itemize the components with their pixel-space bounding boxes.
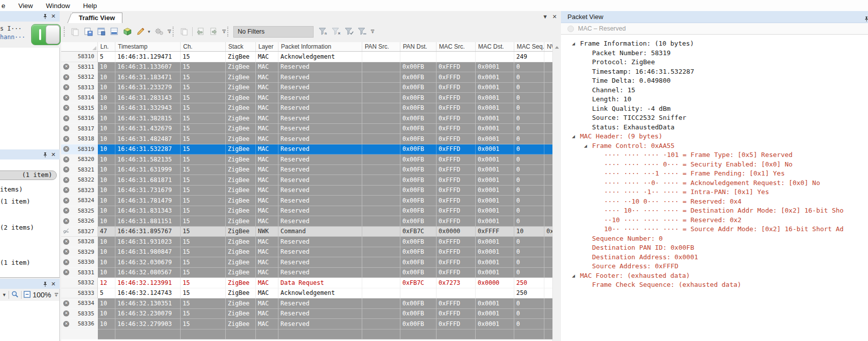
table-row[interactable]: ✕583251016:46:31.83134315ZigBeeMACReserv… (61, 206, 553, 217)
tree-line[interactable]: ···· ···· ···· 0··· = Security Enabled: … (561, 160, 868, 169)
tree-item[interactable]: items) (0, 186, 23, 193)
table-row[interactable]: ✕583161016:46:31.38281515ZigBeeMACReserv… (61, 113, 553, 124)
menu-item-file[interactable]: e (2, 2, 6, 10)
column-header-layer[interactable]: Layer (256, 42, 278, 51)
table-row[interactable]: 583321216:46:32.12399115ZigBeeMACData Re… (61, 278, 553, 288)
scroll-up-icon[interactable] (553, 44, 561, 51)
tree-line[interactable]: Length: 10 (561, 95, 868, 104)
table-row[interactable]: ✕583361016:46:32.27990315ZigBeeMACReserv… (61, 319, 553, 329)
table-row[interactable]: ✕583121016:46:31.18347115ZigBeeMACReserv… (61, 72, 553, 83)
expand-icon[interactable]: ◢ (572, 39, 575, 49)
tab-traffic-view[interactable]: Traffic View (72, 13, 122, 23)
tree-line[interactable]: ◢MAC Footer: (exhausted data) (561, 271, 868, 281)
tree-line[interactable]: Link Quality: -4 dBm (561, 104, 868, 114)
tab-close-icon[interactable]: ✕ (552, 14, 557, 20)
column-header-mac-dst[interactable]: MAC Dst. (476, 42, 514, 51)
column-header-mac-src[interactable]: MAC Src. (437, 42, 476, 51)
tree-item[interactable]: (1 item) (0, 198, 30, 205)
table-row[interactable] (61, 329, 553, 340)
tree-line[interactable]: Channel: 15 (561, 86, 868, 95)
export-file-icon[interactable] (208, 26, 220, 37)
tree-line[interactable]: Source: TICC2532 Sniffer (561, 113, 868, 123)
close-icon[interactable]: ✕ (51, 13, 56, 20)
tree-line[interactable]: ◢Frame Information: (10 bytes) (561, 39, 868, 49)
table-row[interactable]: ✕583131016:46:31.23327915ZigBeeMACReserv… (61, 83, 553, 93)
column-header-ln[interactable]: Ln. (98, 42, 115, 51)
table-row[interactable]: ✕583291016:46:31.98084715ZigBeeMACReserv… (61, 247, 553, 258)
toolbar-grip[interactable] (227, 27, 230, 37)
tree-line[interactable]: Destination Address: 0x0001 (561, 253, 868, 262)
table-row[interactable]: 583274716:46:31.89576715ZigBeeNWKCommand… (61, 227, 553, 237)
tree-line[interactable]: Packet Number: 58319 (561, 49, 868, 58)
tree-line[interactable]: 10·· ···· ···· ···· = Source Addr Mode: … (561, 225, 868, 234)
table-row[interactable]: ✕583221016:46:31.68187115ZigBeeMACReserv… (61, 175, 553, 186)
tree-line[interactable]: Sequence Number: 0 (561, 234, 868, 244)
filter-input[interactable] (233, 26, 314, 38)
column-header-pan-dst[interactable]: PAN Dst. (400, 42, 437, 51)
column-header-mac-seq[interactable]: MAC Seq. (514, 42, 544, 51)
menu-item-view[interactable]: View (19, 2, 33, 10)
zoom-magnifier-icon[interactable] (11, 290, 19, 300)
column-header-stack[interactable]: Stack (226, 42, 256, 51)
tree-line[interactable]: ···· 10·· ···· ···· = Destination Addr M… (561, 206, 868, 216)
tree-line[interactable]: ···· ···· ··0· ···· = Acknowledgement Re… (561, 179, 868, 188)
table-row[interactable]: ✕583151016:46:31.33294315ZigBeeMACReserv… (61, 103, 553, 114)
pin-icon[interactable] (43, 152, 48, 159)
table-row[interactable]: ✕583301016:46:32.03067915ZigBeeMACReserv… (61, 257, 553, 268)
column-header-pan-src[interactable]: PAN Src. (362, 42, 400, 51)
table-row[interactable]: ✕583111016:46:31.13360715ZigBeeMACReserv… (61, 62, 553, 73)
close-icon[interactable]: ✕ (51, 280, 56, 287)
table-row[interactable]: ✕583191016:46:31.53228715ZigBeeMACReserv… (61, 144, 553, 155)
toolbar-grip[interactable] (64, 27, 67, 37)
column-header-gutter[interactable] (61, 42, 98, 51)
save-packets-icon[interactable] (82, 26, 94, 37)
menu-item-help[interactable]: Help (83, 2, 97, 10)
zoom-out-icon[interactable] (24, 291, 31, 299)
paintbrush-icon[interactable] (134, 26, 147, 37)
filter-new-icon[interactable]: n (317, 26, 329, 37)
pin-icon[interactable] (43, 281, 48, 289)
pin-icon[interactable] (864, 14, 868, 26)
import-file-icon[interactable] (195, 26, 207, 37)
pin-icon[interactable] (43, 14, 48, 21)
tree-line[interactable]: ··10 ···· ···· ···· = Reserved: 0x2 (561, 216, 868, 225)
table-row[interactable]: ✕583141016:46:31.28314315ZigBeeMACReserv… (61, 93, 553, 103)
menu-item-window[interactable]: Window (46, 2, 70, 10)
cube-3d-icon[interactable] (121, 26, 133, 37)
tree-line[interactable]: ···· ···· ·1·· ···· = Intra-PAN: [0x1] Y… (561, 188, 868, 197)
table-row[interactable]: ✕583241016:46:31.78147915ZigBeeMACReserv… (61, 196, 553, 206)
table-row[interactable]: ✕583311016:46:32.08056715ZigBeeMACReserv… (61, 268, 553, 278)
tree-line[interactable]: Time Delta: 0.049800 (561, 76, 868, 86)
toolbar-overflow-icon[interactable]: ▼ (371, 30, 375, 34)
tree-item[interactable]: (1 item) (0, 259, 30, 266)
tree-line[interactable]: Protocol: ZigBee (561, 58, 868, 67)
table-row[interactable]: ✕583231016:46:31.73167915ZigBeeMACReserv… (61, 186, 553, 196)
tree-line[interactable]: ···· ···· ···· ·101 = Frame Type: [0x5] … (561, 150, 868, 160)
table-row[interactable]: ✕583171016:46:31.43267915ZigBeeMACReserv… (61, 124, 553, 134)
table-row[interactable]: 58333516:46:32.12474315ZigBeeMACAcknowle… (61, 288, 553, 299)
expand-icon[interactable]: ◢ (572, 271, 575, 281)
tree-item[interactable]: (2 items) (0, 224, 34, 231)
table-row[interactable]: ✕583201016:46:31.58213515ZigBeeMACReserv… (61, 154, 553, 165)
column-header-ch[interactable]: Ch. (181, 42, 226, 51)
table-row[interactable]: ✕583261016:46:31.88115115ZigBeeMACReserv… (61, 216, 553, 227)
tab-dropdown-icon[interactable]: ▼ (542, 14, 548, 20)
gears-icon[interactable] (153, 26, 165, 37)
toolbar-overflow-icon[interactable]: ▼ (168, 30, 172, 34)
tree-line[interactable]: Destination PAN ID: 0x00FB (561, 243, 868, 253)
tree-line[interactable]: Source Address: 0xFFFD (561, 262, 868, 271)
column-header-packet-information[interactable]: Packet Information (278, 42, 362, 51)
tree-line[interactable]: Frame Check Sequence: (exhausted data) (561, 280, 868, 290)
toolbar-grip[interactable] (173, 27, 176, 37)
tree-line[interactable]: ···· ···· ···1 ···· = Frame Pending: [0x… (561, 169, 868, 179)
table-row[interactable]: ✕583341016:46:32.13035115ZigBeeMACReserv… (61, 298, 553, 309)
vertical-scrollbar[interactable] (552, 42, 561, 341)
device-table-icon[interactable] (95, 26, 107, 37)
table-row[interactable]: ✕583281016:46:31.93102315ZigBeeMACReserv… (61, 237, 553, 247)
filter-apply-icon[interactable] (343, 26, 355, 37)
tree-line[interactable]: Status: ExhaustedData (561, 123, 868, 132)
filter-disabled-icon[interactable]: ✕ (330, 26, 342, 37)
table-row[interactable]: ✕583181016:46:31.48248715ZigBeeMACReserv… (61, 134, 553, 144)
table-row[interactable]: 58310516:46:31.12947115ZigBeeMACAcknowle… (61, 52, 553, 62)
table-row[interactable]: ✕583351016:46:32.23007915ZigBeeMACReserv… (61, 309, 553, 319)
